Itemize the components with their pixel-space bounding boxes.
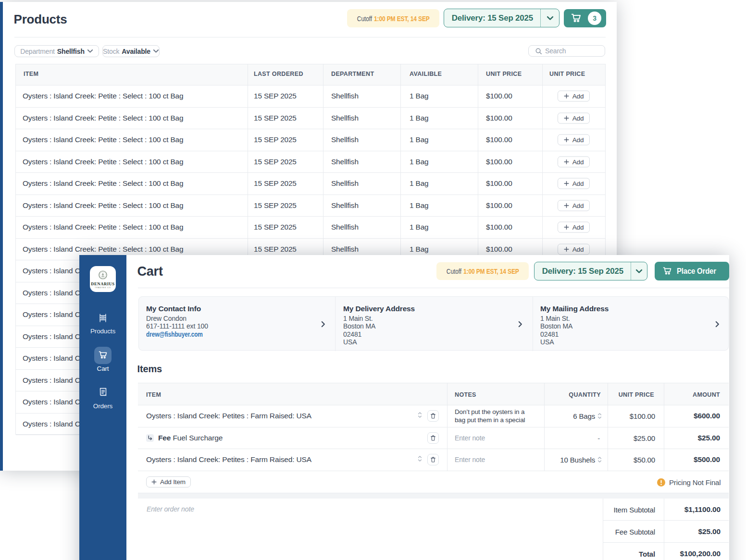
svg-text:DENARIUS: DENARIUS (91, 281, 114, 286)
svg-text:TRADING CO: TRADING CO (95, 287, 111, 289)
